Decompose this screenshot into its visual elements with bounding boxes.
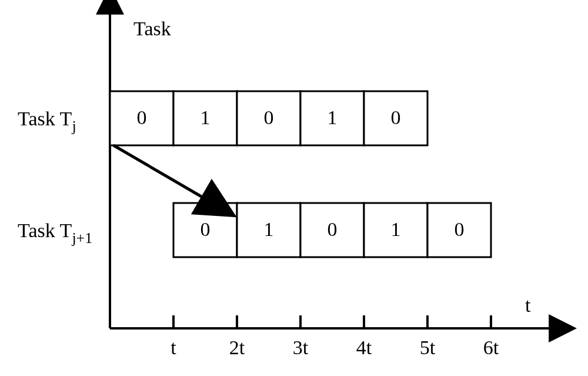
task-cell-value: 0 [264, 107, 274, 128]
task-cell-value: 0 [455, 218, 465, 240]
task-cell-value: 0 [391, 107, 401, 128]
x-tick-label: 3t [293, 337, 309, 358]
x-tick-label: 6t [483, 337, 499, 358]
x-tick-label: 2t [229, 337, 245, 358]
x-axis-label: t [525, 294, 531, 316]
task-cell-value: 1 [328, 107, 338, 128]
y-axis-label: Task [133, 18, 171, 39]
task-cell-value: 1 [201, 107, 211, 128]
task-cell-value: 1 [264, 218, 274, 240]
task-cell-value: 0 [201, 218, 211, 240]
task-row-label: Task Tj+1 [18, 219, 92, 247]
dependency-arrow [113, 145, 208, 201]
task-cell-value: 0 [137, 107, 147, 128]
task-cell-value: 1 [391, 218, 401, 240]
x-tick-label: t [171, 337, 176, 358]
task-cell-value: 0 [328, 218, 338, 240]
x-tick-label: 4t [356, 337, 372, 358]
task-row-label: Task Tj [18, 108, 76, 135]
x-tick-label: 5t [420, 337, 436, 358]
